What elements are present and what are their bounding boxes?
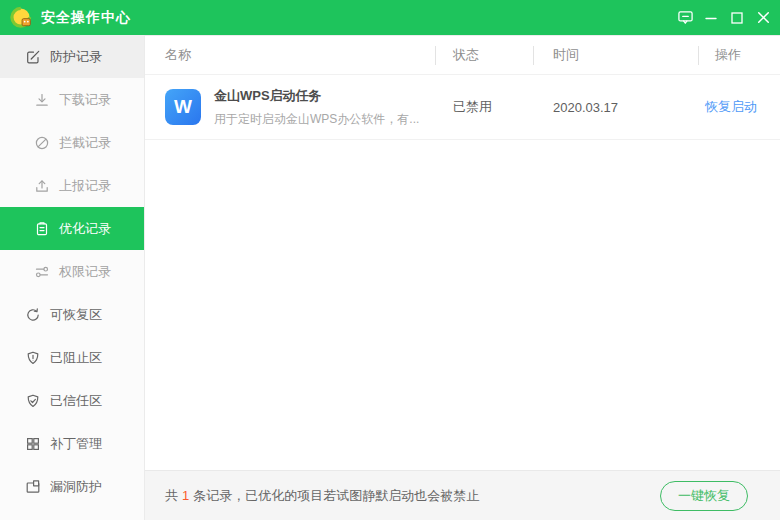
empty-area xyxy=(145,140,780,470)
vulnerability-icon xyxy=(25,479,41,495)
duba-logo-icon xyxy=(10,6,33,29)
restore-startup-link[interactable]: 恢复启动 xyxy=(698,98,780,116)
summary-suffix: 条记录，已优化的项目若试图静默启动也会被禁止 xyxy=(193,488,479,503)
sidebar-item-label: 已信任区 xyxy=(50,392,102,410)
one-key-restore-button[interactable]: 一键恢复 xyxy=(660,481,748,511)
record-name-text: 金山WPS启动任务 用于定时启动金山WPS办公软件，有... xyxy=(214,87,419,128)
sidebar-item-trusted-zone[interactable]: 已信任区 xyxy=(0,379,144,422)
sidebar-item-label: 已阻止区 xyxy=(50,349,102,367)
sidebar-item-report-records[interactable]: 上报记录 xyxy=(0,164,144,207)
patch-grid-icon xyxy=(25,436,41,452)
sidebar-item-label: 可恢复区 xyxy=(50,306,102,324)
table-header: 名称 状态 时间 操作 xyxy=(145,35,780,75)
upload-icon xyxy=(34,178,50,194)
sidebar-item-label: 权限记录 xyxy=(59,263,111,281)
table-row: W 金山WPS启动任务 用于定时启动金山WPS办公软件，有... 已禁用 202… xyxy=(145,75,780,140)
record-description: 用于定时启动金山WPS办公软件，有... xyxy=(214,111,419,128)
security-center-window: 安全操作中心 xyxy=(0,0,780,520)
shield-check-icon xyxy=(25,393,41,409)
edit-icon xyxy=(25,49,41,65)
column-header-status: 状态 xyxy=(435,36,533,74)
column-header-time: 时间 xyxy=(533,36,698,74)
sidebar-item-intercept-records[interactable]: 拦截记录 xyxy=(0,121,144,164)
record-time: 2020.03.17 xyxy=(533,100,698,115)
sidebar-item-label: 上报记录 xyxy=(59,177,111,195)
window-controls xyxy=(672,0,780,35)
sidebar-item-permission-records[interactable]: 权限记录 xyxy=(0,250,144,293)
wps-app-icon: W xyxy=(165,89,201,125)
column-header-name: 名称 xyxy=(145,36,435,74)
sidebar-item-vulnerability-protection[interactable]: 漏洞防护 xyxy=(0,465,144,508)
sidebar-item-label: 下载记录 xyxy=(59,91,111,109)
maximize-icon[interactable] xyxy=(724,0,750,35)
block-icon xyxy=(34,135,50,151)
window-title: 安全操作中心 xyxy=(41,9,131,27)
clipboard-icon xyxy=(34,221,50,237)
sidebar-item-recoverable-zone[interactable]: 可恢复区 xyxy=(0,293,144,336)
download-icon xyxy=(34,92,50,108)
shield-exclamation-icon xyxy=(25,350,41,366)
window-body: 防护记录 下载记录 拦截记录 xyxy=(0,35,780,520)
restore-icon xyxy=(25,307,41,323)
close-icon[interactable] xyxy=(750,0,776,35)
summary-prefix: 共 xyxy=(165,488,178,503)
sidebar: 防护记录 下载记录 拦截记录 xyxy=(0,35,145,520)
record-name-cell: W 金山WPS启动任务 用于定时启动金山WPS办公软件，有... xyxy=(145,87,435,128)
sliders-icon xyxy=(34,264,50,280)
feedback-icon[interactable] xyxy=(672,0,698,35)
record-summary: 共1条记录，已优化的项目若试图静默启动也会被禁止 xyxy=(165,487,479,505)
sidebar-item-label: 漏洞防护 xyxy=(50,478,102,496)
sidebar-item-label: 拦截记录 xyxy=(59,134,111,152)
record-status: 已禁用 xyxy=(435,98,533,116)
column-header-action: 操作 xyxy=(698,36,780,74)
sidebar-item-protection-records[interactable]: 防护记录 xyxy=(0,35,144,78)
sidebar-item-patch-management[interactable]: 补丁管理 xyxy=(0,422,144,465)
footer-bar: 共1条记录，已优化的项目若试图静默启动也会被禁止 一键恢复 xyxy=(145,470,780,520)
sidebar-item-blocked-zone[interactable]: 已阻止区 xyxy=(0,336,144,379)
sidebar-item-optimization-records[interactable]: 优化记录 xyxy=(0,207,144,250)
sidebar-item-label: 优化记录 xyxy=(59,220,111,238)
titlebar: 安全操作中心 xyxy=(0,0,780,35)
sidebar-item-label: 防护记录 xyxy=(50,48,102,66)
sidebar-item-label: 补丁管理 xyxy=(50,435,102,453)
record-count: 1 xyxy=(182,488,189,503)
record-title: 金山WPS启动任务 xyxy=(214,87,419,105)
minimize-icon[interactable] xyxy=(698,0,724,35)
sidebar-item-download-records[interactable]: 下载记录 xyxy=(0,78,144,121)
main-panel: 名称 状态 时间 操作 W 金山WPS启动任务 用于定时启动金山WPS办公软件，… xyxy=(145,35,780,520)
